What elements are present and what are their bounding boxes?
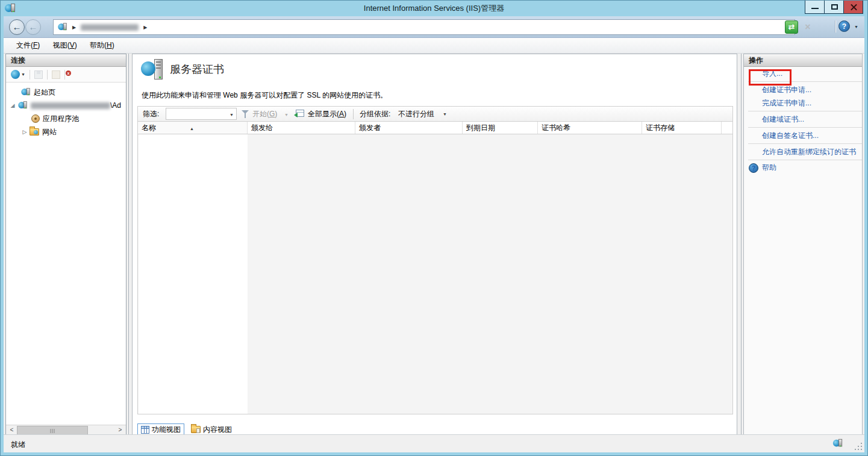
- column-header-expiration[interactable]: 到期日期: [463, 122, 538, 134]
- connections-panel: 连接 ▼ x 起始页 ◢: [5, 54, 126, 436]
- content-view-icon: [191, 426, 201, 433]
- tree-item-start-page[interactable]: 起始页: [6, 86, 126, 99]
- iis-status-icon: [833, 439, 842, 448]
- minimize-button[interactable]: [805, 1, 825, 14]
- filter-input[interactable]: ▼: [166, 108, 237, 120]
- scrollbar-thumb[interactable]: [17, 426, 88, 435]
- help-icon: ?: [749, 163, 758, 173]
- actions-header: 操作: [744, 54, 862, 67]
- connections-header: 连接: [6, 54, 126, 67]
- separator: [748, 160, 862, 160]
- address-bar: ← ← ▶ ▶ ⇄ × ? ▼: [4, 16, 864, 38]
- column-header-filler: [722, 122, 732, 134]
- sites-folder-icon: [30, 128, 39, 136]
- resize-grip[interactable]: [854, 442, 862, 450]
- refresh-icon[interactable]: ⇄: [785, 20, 798, 34]
- redacted-server-name: [81, 24, 139, 31]
- breadcrumb-caret-icon[interactable]: ▶: [72, 25, 76, 30]
- action-help[interactable]: ? 帮助: [744, 163, 862, 173]
- chevron-down-icon[interactable]: ▼: [443, 112, 447, 116]
- group-by-label: 分组依据:: [360, 107, 390, 121]
- toolbar-separator: [835, 20, 836, 33]
- server-icon: [58, 23, 66, 31]
- help-icon[interactable]: ?: [838, 20, 850, 32]
- menu-view[interactable]: 视图(V): [48, 38, 83, 53]
- filter-go-button: 开始(G): [252, 107, 277, 121]
- features-view-icon: [141, 426, 149, 434]
- column-header-issued-by[interactable]: 颁发者: [355, 122, 463, 134]
- menu-help[interactable]: 帮助(H): [84, 38, 120, 53]
- show-all-icon: [296, 110, 304, 117]
- tree-item-sites[interactable]: ▷ 网站: [6, 125, 126, 139]
- separator: [748, 111, 862, 111]
- window-title: Internet Information Services (IIS)管理器: [1, 1, 867, 16]
- page-title: 服务器证书: [170, 62, 224, 77]
- save-connection-button: [34, 70, 43, 79]
- action-create-self-signed-certificate[interactable]: 创建自签名证书...: [744, 129, 862, 142]
- server-icon: [18, 101, 27, 110]
- menu-bar: 文件(F) 视图(V) 帮助(H): [4, 38, 864, 54]
- column-header-hash[interactable]: 证书哈希: [538, 122, 642, 134]
- maximize-button[interactable]: [824, 1, 844, 14]
- stop-icon: ×: [801, 20, 814, 34]
- tree-item-server[interactable]: ◢ \Ad: [6, 99, 126, 112]
- action-allow-auto-rebind[interactable]: 允许自动重新绑定续订的证书: [744, 145, 862, 158]
- certificates-table-header: 名称▲ 颁发给 颁发者 到期日期 证书哈希 证书存储: [137, 122, 733, 134]
- action-complete-certificate-request[interactable]: 完成证书申请...: [744, 96, 862, 110]
- separator: [748, 127, 862, 128]
- column-header-name[interactable]: 名称▲: [138, 122, 248, 134]
- name-column-background: [139, 134, 248, 414]
- server-certificates-panel: 服务器证书 使用此功能来申请和管理 Web 服务器可以对配置了 SSL 的网站使…: [132, 54, 737, 436]
- actions-panel: 操作 导入... 创建证书申请... 完成证书申请... 创建域证书... 创建…: [743, 54, 863, 436]
- group-by-select[interactable]: 不进行分组: [398, 107, 434, 121]
- horizontal-scrollbar[interactable]: < >: [6, 425, 126, 435]
- sort-ascending-icon: ▲: [190, 123, 194, 135]
- chevron-down-icon: ▼: [229, 113, 234, 117]
- help-dropdown-icon[interactable]: ▼: [854, 25, 858, 29]
- certificates-list-empty[interactable]: [137, 134, 733, 414]
- edit-connection-button: [52, 70, 60, 79]
- column-header-store[interactable]: 证书存储: [642, 122, 722, 134]
- panel-splitter[interactable]: [741, 54, 742, 436]
- separator: [748, 143, 862, 144]
- status-text: 就绪: [11, 440, 25, 450]
- application-pools-icon: [31, 114, 40, 123]
- filter-label: 筛选:: [143, 107, 159, 121]
- forward-button[interactable]: ←: [25, 19, 41, 35]
- show-all-button[interactable]: 全部显示(A): [308, 107, 346, 121]
- breadcrumb[interactable]: ▶ ▶: [53, 19, 795, 35]
- panel-splitter[interactable]: [128, 54, 129, 436]
- feature-description: 使用此功能来申请和管理 Web 服务器可以对配置了 SSL 的网站使用的证书。: [142, 90, 387, 101]
- back-button[interactable]: ←: [9, 19, 25, 35]
- filter-go-dropdown-icon: ▼: [284, 108, 289, 122]
- filter-toolbar: 筛选: ▼ 开始(G) ▼ 全部显示(A) 分组依据: 不进行分组 ▼: [137, 106, 733, 122]
- tree-item-app-pools[interactable]: 应用程序池: [6, 112, 126, 125]
- connections-tree: 起始页 ◢ \Ad 应用程序池 ▷ 网站: [6, 83, 126, 139]
- scroll-left-icon[interactable]: <: [7, 426, 17, 435]
- scroll-right-icon[interactable]: >: [115, 426, 125, 435]
- import-highlight-annotation: [749, 69, 792, 86]
- collapse-icon[interactable]: ◢: [10, 102, 16, 108]
- redacted-server-name: [31, 102, 110, 109]
- iis-manager-window: Internet Information Services (IIS)管理器 ←…: [0, 0, 868, 456]
- action-create-domain-certificate[interactable]: 创建域证书...: [744, 113, 862, 126]
- connections-toolbar: ▼ x: [6, 67, 126, 83]
- menu-file[interactable]: 文件(F): [11, 38, 45, 53]
- server-certificates-icon: [141, 59, 165, 84]
- start-page-icon: [21, 88, 30, 96]
- toolbar-separator: [353, 109, 354, 119]
- expand-icon[interactable]: ▷: [22, 129, 28, 135]
- create-connection-button[interactable]: ▼: [11, 70, 25, 79]
- title-bar: Internet Information Services (IIS)管理器: [1, 1, 867, 16]
- status-bar: 就绪: [4, 434, 864, 452]
- filter-go-icon: [242, 110, 249, 114]
- column-header-issued-to[interactable]: 颁发给: [248, 122, 355, 134]
- close-button[interactable]: [843, 1, 863, 14]
- breadcrumb-caret-icon[interactable]: ▶: [143, 25, 147, 30]
